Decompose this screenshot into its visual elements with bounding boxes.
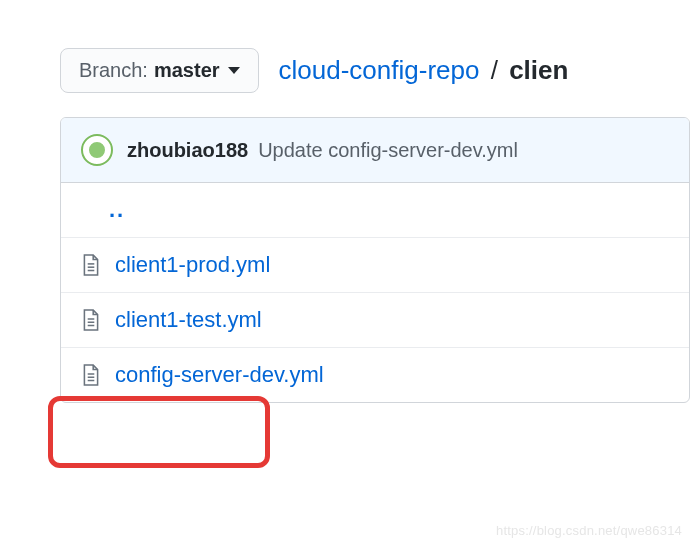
parent-dir-link[interactable]: .. [109, 197, 125, 223]
commit-author[interactable]: zhoubiao188 [127, 139, 248, 162]
commit-header: zhoubiao188 Update config-server-dev.yml [61, 118, 689, 183]
repo-file-list: Branch: master cloud-config-repo / clien… [0, 0, 690, 403]
breadcrumb-sep: / [491, 55, 498, 85]
breadcrumb: cloud-config-repo / clien [279, 55, 569, 86]
file-icon [81, 309, 101, 331]
breadcrumb-current: clien [509, 55, 568, 85]
file-list: zhoubiao188 Update config-server-dev.yml… [60, 117, 690, 403]
file-icon [81, 364, 101, 386]
branch-label: Branch: [79, 59, 148, 82]
breadcrumb-repo-link[interactable]: cloud-config-repo [279, 55, 480, 85]
header-row: Branch: master cloud-config-repo / clien [60, 48, 690, 93]
branch-selector[interactable]: Branch: master [60, 48, 259, 93]
avatar-image [87, 140, 107, 160]
file-row[interactable]: client1-prod.yml [61, 238, 689, 293]
commit-message[interactable]: Update config-server-dev.yml [258, 139, 518, 162]
branch-name: master [154, 59, 220, 82]
caret-down-icon [228, 67, 240, 74]
file-link[interactable]: client1-prod.yml [115, 252, 270, 278]
parent-dir-row[interactable]: .. [61, 183, 689, 238]
file-icon [81, 254, 101, 276]
avatar[interactable] [81, 134, 113, 166]
file-link[interactable]: client1-test.yml [115, 307, 262, 333]
file-row[interactable]: client1-test.yml [61, 293, 689, 348]
file-link[interactable]: config-server-dev.yml [115, 362, 324, 388]
watermark-text: https://blog.csdn.net/qwe86314 [496, 523, 682, 538]
file-row[interactable]: config-server-dev.yml [61, 348, 689, 402]
highlight-annotation [48, 396, 270, 468]
